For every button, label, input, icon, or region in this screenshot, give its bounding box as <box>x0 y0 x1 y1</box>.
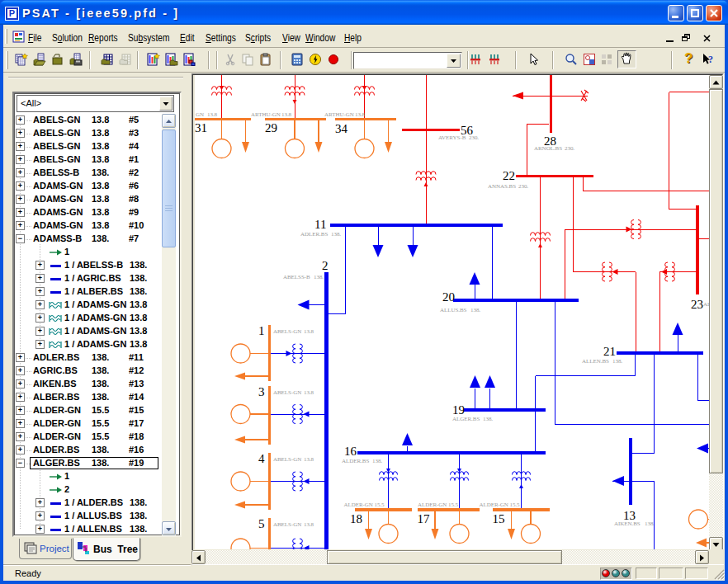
svg-text:ABELS-GN: ABELS-GN <box>273 521 301 528</box>
svg-text:?: ? <box>708 54 713 65</box>
svg-text:ANNAS.BS: ANNAS.BS <box>488 183 516 190</box>
svg-text:13.8: 13.8 <box>304 521 314 528</box>
svg-text:16: 16 <box>344 445 357 458</box>
svg-text:19: 19 <box>452 403 465 417</box>
svg-text:1: 1 <box>258 324 265 337</box>
svg-text:5: 5 <box>258 517 265 530</box>
svg-text:31: 31 <box>195 121 207 134</box>
svg-text:138.: 138. <box>314 274 324 280</box>
svg-text:138.: 138. <box>372 458 382 464</box>
svg-text:3: 3 <box>258 385 265 398</box>
svg-text:138.: 138. <box>331 231 341 238</box>
svg-text:230.: 230. <box>469 134 479 141</box>
svg-text:ALGER.BS: ALGER.BS <box>452 416 480 422</box>
svg-text:ALLEN.BS: ALLEN.BS <box>582 358 609 365</box>
svg-text:230.: 230. <box>565 145 574 152</box>
svg-text:13.8: 13.8 <box>304 456 314 463</box>
svg-text:13.8: 13.8 <box>304 389 314 396</box>
svg-text:ARNOL.BS: ARNOL.BS <box>534 145 562 152</box>
svg-text:ABELS-GN: ABELS-GN <box>273 456 301 463</box>
svg-text:GN: GN <box>196 111 204 118</box>
svg-text:20: 20 <box>442 290 455 304</box>
svg-text:AIK: AIK <box>703 301 709 308</box>
svg-text:AVERYS-B: AVERYS-B <box>438 134 466 141</box>
svg-text:15: 15 <box>493 512 505 525</box>
svg-text:18: 18 <box>350 512 362 525</box>
svg-text:ALDER-GN: ALDER-GN <box>418 502 447 508</box>
svg-text:ABELS-GN: ABELS-GN <box>273 389 301 396</box>
svg-text:13.8: 13.8 <box>355 111 366 118</box>
svg-text:ALDER-GN: ALDER-GN <box>344 502 373 508</box>
svg-text:11: 11 <box>314 218 326 231</box>
svg-text:ALDER.BS: ALDER.BS <box>342 458 369 464</box>
svg-text:ADLER.BS: ADLER.BS <box>300 231 328 238</box>
svg-text:34: 34 <box>335 122 348 135</box>
svg-text:138.: 138. <box>612 358 622 365</box>
svg-text:ABELSS-B: ABELSS-B <box>283 274 310 280</box>
svg-text:23: 23 <box>691 298 703 311</box>
svg-text:17: 17 <box>418 512 431 525</box>
svg-text:ABELS-GN: ABELS-GN <box>273 328 301 335</box>
svg-text:4: 4 <box>258 452 265 465</box>
svg-text:ALDER-GN: ALDER-GN <box>480 502 508 508</box>
svg-text:29: 29 <box>265 121 277 134</box>
svg-text:22: 22 <box>503 169 515 182</box>
svg-text:ARTHU-GN: ARTHU-GN <box>251 111 281 118</box>
svg-text:13.8: 13.8 <box>207 111 218 118</box>
svg-text:2: 2 <box>322 259 329 272</box>
svg-text:138.: 138. <box>470 307 480 313</box>
svg-text:13.8: 13.8 <box>281 111 292 118</box>
svg-text:15.5: 15.5 <box>448 502 459 508</box>
svg-text:138.: 138. <box>645 520 655 527</box>
svg-text:15.5: 15.5 <box>375 502 385 508</box>
svg-text:ARTHU-GN: ARTHU-GN <box>324 111 354 118</box>
svg-text:230.: 230. <box>518 183 528 190</box>
svg-text:138.: 138. <box>483 416 493 422</box>
svg-text:15.5: 15.5 <box>510 502 521 508</box>
svg-text:13.8: 13.8 <box>304 328 314 335</box>
svg-text:ALLUS.BS: ALLUS.BS <box>440 307 467 313</box>
svg-text:21: 21 <box>603 345 616 358</box>
svg-text:AIKEN.BS: AIKEN.BS <box>614 520 641 527</box>
